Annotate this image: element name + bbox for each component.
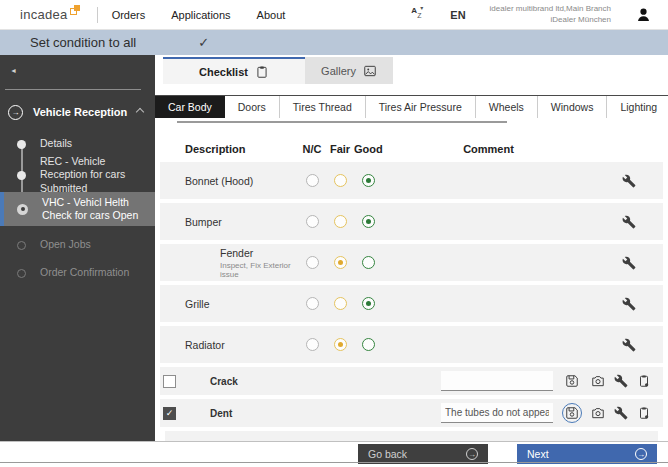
sidebar: ◄ → Vehicle Reception Details REC - Vehi… — [0, 55, 155, 441]
sidebar-item-order-confirmation[interactable]: Order Confirmation — [0, 260, 155, 286]
step-dot-pending — [17, 241, 26, 250]
language-selector[interactable]: EN — [450, 9, 465, 21]
radio-fair[interactable] — [334, 338, 347, 351]
main-area: ◄ → Vehicle Reception Details REC - Vehi… — [0, 55, 668, 441]
job-card-icon[interactable] — [637, 374, 651, 388]
radio-good[interactable] — [362, 174, 375, 187]
wrench-icon[interactable] — [614, 374, 628, 388]
logo-text: incadea — [20, 7, 68, 22]
sidebar-collapse-icon[interactable]: ◄ — [10, 67, 155, 79]
wrench-icon[interactable] — [595, 297, 663, 311]
bottom-divider — [0, 462, 668, 463]
category-tab-tires-air-pressure[interactable]: Tires Air Pressure — [365, 96, 475, 118]
table-row-dent: Dent — [160, 399, 663, 427]
col-fair: Fair — [326, 143, 354, 155]
wrench-icon[interactable] — [595, 338, 663, 352]
category-tabs: Car Body Doors Tires Thread Tires Air Pr… — [155, 95, 668, 118]
tab-checklist[interactable]: Checklist — [163, 57, 305, 84]
sidebar-item-vhc-health-check[interactable]: VHC - Vehicl Helth Check for cars Open — [0, 192, 155, 226]
user-avatar-icon[interactable] — [635, 6, 652, 23]
radio-nc[interactable] — [306, 215, 319, 228]
step-dot-filled — [17, 140, 26, 149]
wrench-icon[interactable] — [595, 215, 663, 229]
table-row-radiator: Radiator — [160, 326, 663, 363]
arrow-circle-icon: → — [635, 448, 647, 460]
view-tabs: Checklist Gallery — [155, 55, 668, 84]
crack-comment-input[interactable] — [441, 371, 553, 391]
job-card-icon[interactable] — [637, 406, 651, 420]
radio-fair[interactable] — [334, 297, 347, 310]
arrow-circle-icon: → — [8, 105, 23, 120]
wrench-icon[interactable] — [595, 174, 663, 188]
camera-icon[interactable] — [591, 406, 605, 420]
wrench-icon[interactable] — [614, 406, 628, 420]
dent-comment-input[interactable] — [441, 403, 553, 423]
sidebar-divider — [5, 89, 141, 90]
category-tab-lighting[interactable]: Lighting — [606, 96, 668, 118]
chevron-up-icon — [136, 108, 144, 116]
app-window: incadea Orders Applications About AZ▾ EN… — [0, 0, 668, 467]
clipboard-icon — [255, 65, 269, 79]
set-condition-label: Set condition to all — [30, 35, 136, 50]
sidebar-item-details[interactable]: Details — [0, 130, 155, 158]
table-header: Description N/C Fair Good Comment — [160, 136, 663, 162]
nav-item-applications[interactable]: Applications — [171, 9, 230, 21]
step-dot-filled — [17, 171, 26, 180]
nav-item-about[interactable]: About — [257, 9, 286, 21]
save-icon[interactable] — [562, 371, 582, 391]
sidebar-section-vehicle-reception[interactable]: → Vehicle Reception — [0, 102, 155, 122]
category-tab-wheels[interactable]: Wheels — [475, 96, 537, 118]
sidebar-item-open-jobs[interactable]: Open Jobs — [0, 232, 155, 258]
col-comment: Comment — [382, 143, 595, 155]
radio-nc[interactable] — [306, 256, 319, 269]
row-label: Fender — [220, 247, 298, 259]
radio-fair[interactable] — [334, 215, 347, 228]
gallery-image-icon — [363, 64, 377, 78]
radio-good[interactable] — [362, 256, 375, 269]
dealer-line1: idealer multibrand ltd,Main Branch — [490, 4, 611, 14]
wrench-icon[interactable] — [595, 256, 663, 270]
sidebar-item-rec-vehicle-reception[interactable]: REC - Vehicle Reception for cars Submitt… — [0, 158, 155, 192]
category-tab-doors[interactable]: Doors — [225, 96, 279, 118]
incadea-logo-icon — [70, 5, 81, 16]
top-navbar: incadea Orders Applications About AZ▾ EN… — [0, 0, 668, 30]
radio-nc[interactable] — [306, 338, 319, 351]
category-tab-windows[interactable]: Windows — [537, 96, 607, 118]
radio-good[interactable] — [362, 297, 375, 310]
nav-item-orders[interactable]: Orders — [112, 9, 146, 21]
col-nc: N/C — [298, 143, 326, 155]
go-back-button[interactable]: Go back → — [358, 444, 488, 464]
nav-menu: Orders Applications About — [112, 9, 286, 21]
category-tabs-scrollbar[interactable] — [177, 121, 507, 123]
dealer-line2: iDealer München — [490, 15, 611, 25]
table-row-grille: Grille — [160, 285, 663, 322]
radio-nc[interactable] — [306, 297, 319, 310]
set-condition-check-icon[interactable]: ✓ — [198, 35, 209, 50]
dent-checkbox[interactable] — [163, 407, 176, 420]
radio-nc[interactable] — [306, 174, 319, 187]
radio-good[interactable] — [362, 215, 375, 228]
category-tab-car-body[interactable]: Car Body — [155, 96, 225, 118]
footer-bar: Go back → Next → — [0, 441, 668, 467]
category-tab-tires-thread[interactable]: Tires Thread — [279, 96, 365, 118]
sidebar-steps: Details REC - Vehicle Reception for cars… — [0, 130, 155, 286]
radio-fair[interactable] — [334, 256, 347, 269]
incadea-logo[interactable]: incadea — [20, 7, 81, 22]
save-icon[interactable] — [562, 403, 582, 423]
content-area: Checklist Gallery Car Body — [155, 55, 668, 441]
tab-gallery[interactable]: Gallery — [305, 57, 393, 84]
step-dot-active — [17, 204, 28, 215]
radio-fair[interactable] — [334, 174, 347, 187]
col-good: Good — [354, 143, 382, 155]
nav-right: AZ▾ EN idealer multibrand ltd,Main Branc… — [410, 4, 652, 25]
camera-icon[interactable] — [591, 374, 605, 388]
nav-divider — [97, 7, 98, 23]
next-button[interactable]: Next → — [517, 444, 657, 464]
translate-az-icon[interactable]: AZ▾ — [410, 7, 426, 23]
checklist-table: Description N/C Fair Good Comment Bonnet… — [155, 136, 668, 441]
crack-checkbox[interactable] — [163, 375, 176, 388]
radio-good[interactable] — [362, 338, 375, 351]
table-row-bonnet: Bonnet (Hood) — [160, 162, 663, 199]
row-sublabel: Inspect, Fix Exterior issue — [220, 261, 298, 279]
table-row-partial — [165, 431, 658, 441]
